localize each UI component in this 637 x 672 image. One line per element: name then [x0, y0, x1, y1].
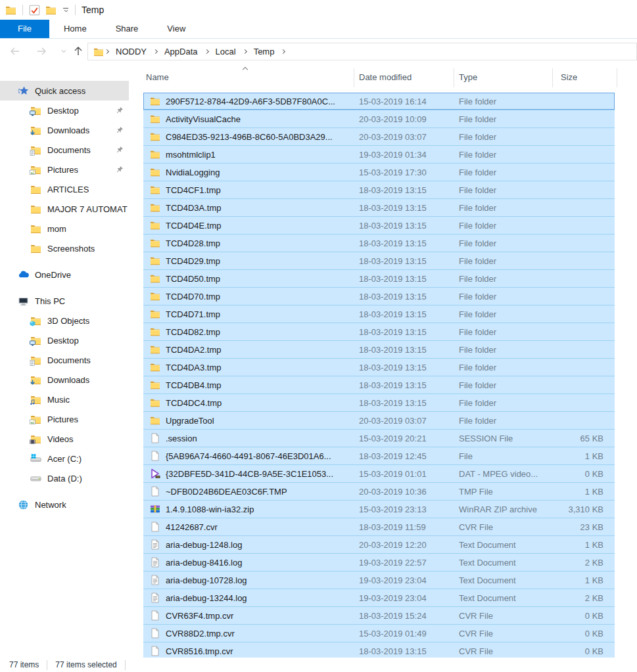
- file-row[interactable]: CVR8516.tmp.cvr18-03-2019 13:15CVR File0…: [143, 642, 615, 658]
- file-type: File folder: [454, 416, 552, 426]
- breadcrumb-chevron-icon[interactable]: [281, 49, 285, 54]
- recent-locations-caret[interactable]: [57, 45, 71, 58]
- file-name: TCD4D3A.tmp: [166, 203, 354, 213]
- file-row[interactable]: TCD4D70.tmp18-03-2019 13:15File folder: [143, 288, 615, 305]
- column-separator[interactable]: [552, 68, 553, 87]
- address-bar[interactable]: NODDYAppDataLocalTemp: [87, 43, 637, 60]
- file-name: 290F5712-8784-42D9-A6F3-5DB7F80A0C...: [166, 97, 354, 106]
- file-date-modified: 18-03-2019 13:15: [354, 274, 454, 284]
- sidebar-item-desktop[interactable]: Desktop: [0, 101, 138, 120]
- tab-file[interactable]: File: [0, 20, 49, 38]
- file-row[interactable]: TCD4D29.tmp18-03-2019 13:15File folder: [143, 252, 615, 270]
- textdoc-icon: [150, 593, 160, 603]
- file-row[interactable]: msohtmlclip119-03-2019 01:34File folder: [143, 146, 615, 164]
- tab-share[interactable]: Share: [101, 20, 153, 38]
- sidebar-item-acer-c-[interactable]: Acer (C:): [0, 449, 138, 468]
- properties-checkmark-icon[interactable]: [29, 5, 40, 16]
- file-row[interactable]: TCD4D71.tmp18-03-2019 13:15File folder: [143, 305, 615, 323]
- sidebar-item-quick-access[interactable]: Quick access: [0, 81, 129, 101]
- sidebar-item-desktop[interactable]: Desktop: [0, 330, 138, 350]
- column-header-size[interactable]: Size: [561, 72, 577, 82]
- file-date-modified: 20-03-2019 03:07: [354, 416, 454, 426]
- file-row[interactable]: TCD4DA3.tmp18-03-2019 13:15File folder: [143, 359, 615, 376]
- file-name: TCD4D28.tmp: [166, 238, 354, 248]
- column-header-type[interactable]: Type: [459, 72, 477, 82]
- file-row[interactable]: TCD4D50.tmp18-03-2019 13:15File folder: [143, 270, 615, 288]
- file-row[interactable]: CVR63F4.tmp.cvr18-03-2019 15:24CVR File0…: [143, 607, 615, 625]
- sidebar-item-documents[interactable]: Documents: [0, 350, 138, 370]
- file-row[interactable]: TCD4D82.tmp18-03-2019 13:15File folder: [143, 323, 615, 341]
- sidebar-item-downloads[interactable]: Downloads: [0, 120, 138, 140]
- file-row[interactable]: TCD4D4E.tmp18-03-2019 13:15File folder: [143, 217, 615, 235]
- file-row[interactable]: 290F5712-8784-42D9-A6F3-5DB7F80A0C...15-…: [143, 93, 615, 110]
- sidebar-item-documents[interactable]: Documents: [0, 140, 138, 160]
- file-row[interactable]: aria-debug-10728.log19-03-2019 23:04Text…: [143, 571, 615, 589]
- breadcrumb-chevron-icon[interactable]: [153, 49, 158, 54]
- file-row[interactable]: TCD4DA2.tmp18-03-2019 13:15File folder: [143, 341, 615, 359]
- file-row[interactable]: ActivityVisualCache20-03-2019 10:09File …: [143, 110, 615, 128]
- file-row[interactable]: NvidiaLogging15-03-2019 17:30File folder: [143, 164, 615, 181]
- file-row[interactable]: aria-debug-1248.log20-03-2019 12:20Text …: [143, 536, 615, 554]
- breadcrumb-segment[interactable]: NODDY: [110, 47, 153, 56]
- column-separator[interactable]: [454, 68, 454, 87]
- file-row[interactable]: TCD4D3A.tmp18-03-2019 13:15File folder: [143, 199, 615, 217]
- sidebar-item-music[interactable]: Music: [0, 390, 138, 409]
- sidebar-item-downloads[interactable]: Downloads: [0, 370, 138, 390]
- up-button[interactable]: [71, 45, 85, 58]
- file-date-modified: 19-03-2019 23:04: [354, 575, 454, 585]
- breadcrumb-segment[interactable]: Temp: [248, 47, 281, 56]
- file-row[interactable]: aria-debug-8416.log19-03-2019 22:57Text …: [143, 554, 615, 571]
- file-row[interactable]: aria-debug-13244.log19-03-2019 23:04Text…: [143, 589, 615, 607]
- file-size: 1 KB: [552, 575, 603, 585]
- tab-home[interactable]: Home: [49, 20, 101, 38]
- breadcrumb-chevron-icon[interactable]: [243, 49, 247, 54]
- file-type: File folder: [454, 114, 552, 124]
- pin-icon: [116, 126, 124, 134]
- file-row[interactable]: 1.4.9.1088-win-ia32.zip15-03-2019 23:13W…: [143, 501, 615, 518]
- folder-icon: [150, 362, 160, 372]
- sidebar-item-videos[interactable]: Videos: [0, 429, 138, 449]
- folder-icon: [150, 149, 160, 160]
- column-separator[interactable]: [354, 68, 354, 87]
- sidebar-item-label: Documents: [47, 355, 91, 365]
- sidebar-item-pictures[interactable]: Pictures: [0, 409, 138, 429]
- file-name: {5AB96A74-4660-4491-8067-46E3D01A6...: [166, 451, 354, 461]
- file-name: CVR63F4.tmp.cvr: [166, 611, 354, 621]
- sidebar-item-data-d-[interactable]: Data (D:): [0, 468, 138, 488]
- breadcrumb-chevron-icon[interactable]: [204, 49, 209, 54]
- sidebar-item-3d-objects[interactable]: 3D Objects: [0, 311, 138, 330]
- new-folder-icon[interactable]: [45, 5, 57, 16]
- forward-button[interactable]: [34, 45, 49, 58]
- sidebar-item-this-pc[interactable]: This PC: [0, 291, 138, 311]
- file-type: File folder: [454, 274, 552, 284]
- file-row[interactable]: CVR88D2.tmp.cvr15-03-2019 01:49CVR File0…: [143, 625, 615, 642]
- file-row[interactable]: TCD4D28.tmp18-03-2019 13:15File folder: [143, 235, 615, 252]
- customize-quick-access-toolbar-caret[interactable]: [62, 8, 69, 12]
- file-row[interactable]: UpgradeTool20-03-2019 03:07File folder: [143, 412, 615, 430]
- file-row[interactable]: ~DFB0D24B6DEAE03C6F.TMP20-03-2019 10:36T…: [143, 483, 615, 501]
- breadcrumb-segment[interactable]: AppData: [158, 47, 204, 56]
- file-row[interactable]: {5AB96A74-4660-4491-8067-46E3D01A6...18-…: [143, 447, 615, 465]
- tab-view[interactable]: View: [153, 20, 200, 38]
- file-row[interactable]: 41242687.cvr18-03-2019 11:59CVR File23 K…: [143, 518, 615, 536]
- breadcrumb-segment[interactable]: Local: [210, 47, 242, 56]
- file-row[interactable]: TCD4DB4.tmp18-03-2019 13:15File folder: [143, 376, 615, 394]
- sidebar-item-network[interactable]: Network: [0, 495, 138, 514]
- sidebar-item-major-7-automat[interactable]: MAJOR 7 AUTOMAT: [0, 199, 138, 219]
- sidebar-item-label: Acer (C:): [47, 454, 82, 464]
- sidebar-item-onedrive[interactable]: OneDrive: [0, 265, 138, 284]
- file-row[interactable]: TCD4DC4.tmp18-03-2019 13:15File folder: [143, 394, 615, 412]
- back-button[interactable]: [8, 45, 22, 58]
- sidebar-item-screenshots[interactable]: Screenshots: [0, 238, 138, 258]
- file-row[interactable]: TCD4CF1.tmp18-03-2019 13:15File folder: [143, 181, 615, 199]
- file-row[interactable]: C984ED35-9213-496B-8C60-5A0BD3A29...20-0…: [143, 128, 615, 146]
- column-header-name[interactable]: Name: [146, 72, 169, 82]
- sidebar-item-pictures[interactable]: Pictures: [0, 160, 138, 179]
- file-date-modified: 15-03-2019 01:01: [354, 469, 454, 479]
- file-row[interactable]: {32DBFE5D-341D-44CB-9A5E-3C1E1053...15-0…: [143, 465, 615, 483]
- sidebar-item-mom[interactable]: mom: [0, 219, 138, 238]
- column-separator[interactable]: [617, 68, 617, 87]
- sidebar-item-articles[interactable]: ARTICLES: [0, 179, 138, 199]
- file-row[interactable]: .session15-03-2019 20:21SESSION File65 K…: [143, 430, 615, 447]
- column-header-date-modified[interactable]: Date modified: [359, 72, 412, 82]
